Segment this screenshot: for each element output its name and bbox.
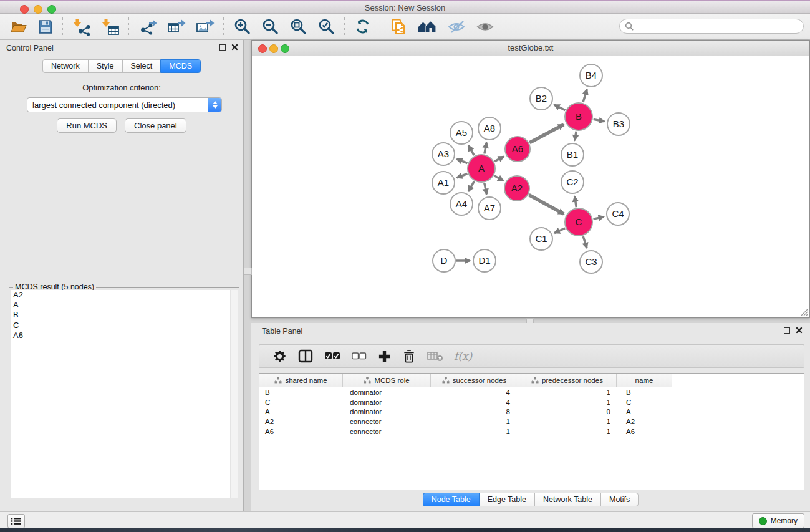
export-table-icon[interactable] [162,16,191,38]
graph-edge-A6-B[interactable] [529,125,564,143]
graph-edge-A-A7[interactable] [485,183,487,195]
table-row[interactable]: Bdominator41B [259,387,804,397]
deselect-columns-icon[interactable] [347,345,371,367]
column-header-shared-name[interactable]: shared name [259,374,343,387]
graph-edge-C-C4[interactable] [594,217,604,220]
table-cell[interactable]: 4 [431,389,518,396]
table-tab-motifs[interactable]: Motifs [600,493,639,506]
table-cell[interactable]: dominator [343,389,431,396]
table-row[interactable]: A6connector11A6 [259,427,804,437]
run-mcds-button[interactable]: Run MCDS [57,118,117,133]
graph-edge-B-B4[interactable] [583,89,587,102]
network-window-titlebar[interactable]: testGlobe.txt [252,41,809,56]
import-network-icon[interactable] [67,16,96,38]
graph-edge-B-B3[interactable] [594,119,605,121]
table-cell[interactable]: A2 [617,418,672,425]
graph-edge-A-A3[interactable] [457,159,468,163]
float-table-panel-icon[interactable] [784,327,790,334]
table-cell[interactable]: A [259,408,343,415]
zoom-in-icon[interactable] [228,16,256,38]
graph-edge-C-C2[interactable] [575,196,577,208]
table-cell[interactable]: A6 [259,428,343,435]
scrollbar-track[interactable] [230,290,238,498]
table-cell[interactable]: C [617,399,672,406]
table-cell[interactable]: 8 [431,408,518,415]
table-tab-network-table[interactable]: Network Table [534,493,601,506]
select-columns-icon[interactable] [320,345,345,367]
column-header-MCDS-role[interactable]: MCDS role [343,374,431,387]
show-all-icon[interactable] [471,16,499,38]
table-cell[interactable]: dominator [343,399,431,406]
column-header-name[interactable]: name [617,374,672,387]
home-layout-icon[interactable] [412,16,442,38]
close-table-panel-icon[interactable] [796,327,803,334]
task-history-button[interactable] [7,514,25,528]
export-image-icon[interactable] [191,16,219,38]
table-cell[interactable]: B [259,389,343,396]
table-cell[interactable]: 1 [518,389,617,396]
graph-edge-A-A4[interactable] [468,181,474,191]
column-header-predecessor-nodes[interactable]: predecessor nodes [518,374,617,387]
delete-column-icon[interactable] [398,345,420,367]
network-graph[interactable]: B4B2BB3A8A5A6A3B1AA1C2A2A4A7C4CC1C3DD1 [252,56,809,317]
save-session-icon[interactable] [32,16,59,38]
graph-edge-A-A2[interactable] [494,176,503,181]
zoom-fit-icon[interactable] [284,16,312,38]
table-cell[interactable]: 1 [518,418,617,425]
table-settings-icon[interactable] [268,345,291,367]
network-canvas[interactable]: B4B2BB3A8A5A6A3B1AA1C2A2A4A7C4CC1C3DD1 [252,56,809,317]
graph-edge-B-B1[interactable] [575,132,576,141]
zoom-out-icon[interactable] [256,16,284,38]
graph-edge-A-A6[interactable] [494,157,504,162]
graph-edge-C-C1[interactable] [554,228,565,233]
graph-edge-B-B2[interactable] [554,105,566,110]
search-input[interactable] [619,19,804,34]
table-row[interactable]: A2connector11A2 [259,417,804,427]
mcds-result-item[interactable]: A2 [11,290,238,300]
close-panel-icon[interactable] [231,44,238,51]
tab-select[interactable]: Select [122,59,162,73]
table-cell[interactable]: A6 [617,428,672,435]
table-cell[interactable]: B [617,389,672,396]
table-cell[interactable]: 4 [431,399,518,406]
mcds-result-list[interactable]: A2ABCA6 [11,290,238,498]
zoom-selected-icon[interactable] [312,16,340,38]
table-row[interactable]: Adominator80A [259,407,804,417]
table-cell[interactable]: 1 [518,428,617,435]
duplicate-network-icon[interactable] [385,16,412,38]
column-header-successor-nodes[interactable]: successor nodes [431,374,518,387]
mcds-result-item[interactable]: A6 [11,331,238,341]
tab-network[interactable]: Network [42,59,89,73]
graph-edge-A-A1[interactable] [457,174,468,178]
mcds-result-item[interactable]: B [11,310,238,320]
resize-grip-icon[interactable] [800,308,808,316]
optimization-criterion-select[interactable]: largest connected component (directed) [27,97,222,112]
table-cell[interactable]: 1 [431,418,518,425]
table-tab-edge-table[interactable]: Edge Table [479,493,535,506]
table-cell[interactable]: connector [343,428,431,435]
hide-selected-icon[interactable] [442,16,471,38]
mcds-result-item[interactable]: C [11,321,238,331]
tab-mcds[interactable]: MCDS [160,59,201,73]
split-columns-icon[interactable] [294,345,317,367]
table-cell[interactable]: C [259,399,343,406]
close-panel-button[interactable]: Close panel [125,118,186,133]
float-panel-icon[interactable] [219,44,226,51]
open-session-icon[interactable] [5,16,32,38]
graph-edge-C-C3[interactable] [583,236,587,248]
table-cell[interactable]: connector [343,418,431,425]
graph-edge-A-A5[interactable] [468,145,474,155]
table-row[interactable]: Cdominator41C [259,397,804,407]
node-table[interactable]: shared nameMCDS rolesuccessor nodesprede… [259,373,804,490]
graph-edge-A2-C[interactable] [529,195,564,215]
mcds-result-item[interactable]: A [11,300,238,310]
table-cell[interactable]: A2 [259,418,343,425]
tab-style[interactable]: Style [88,59,123,73]
table-tab-node-table[interactable]: Node Table [423,493,480,506]
table-cell[interactable]: 1 [518,399,617,406]
memory-button[interactable]: Memory [752,513,804,528]
table-cell[interactable]: 0 [518,408,617,415]
import-table-icon[interactable] [96,16,125,38]
graph-edge-A-A8[interactable] [485,143,487,154]
splitter-handle-vertical[interactable] [244,268,252,275]
